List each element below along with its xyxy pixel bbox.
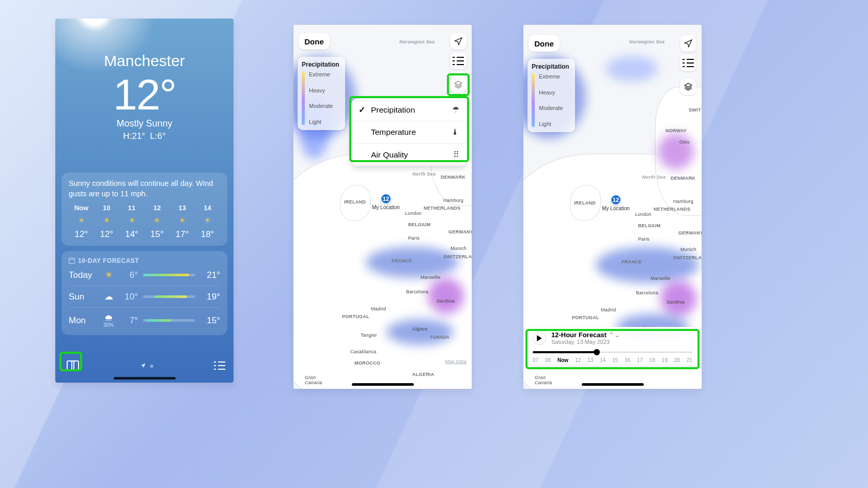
summary-text: Sunny conditions will continue all day. … [69, 179, 220, 199]
calendar-icon [69, 258, 75, 264]
legend-scale [532, 73, 535, 127]
locate-button[interactable] [680, 35, 696, 52]
map-button[interactable] [64, 357, 82, 374]
hour-column: 14☀18° [195, 204, 220, 240]
forecast-timeline[interactable]: 12-Hour Forecast ⌃⌄ Saturday, 13 May 202… [528, 327, 698, 366]
layer-menu: ✓Precipitation☂ Temperature🌡 Air Quality… [351, 99, 467, 166]
home-indicator [114, 377, 176, 380]
map-list-button[interactable] [450, 53, 467, 69]
home-indicator [582, 383, 644, 386]
play-button[interactable] [533, 332, 546, 345]
sea-label: Norwegian Sea [399, 39, 435, 44]
location-arrow-icon [684, 39, 693, 48]
my-location-pin[interactable]: 12 My Location [602, 194, 630, 211]
hourly-card[interactable]: Sunny conditions will continue all day. … [61, 172, 227, 246]
legend-scale [302, 71, 305, 125]
page-dots[interactable]: ● [140, 361, 156, 370]
hourly-row[interactable]: Now☀12°10☀12°11☀14°12☀15°13☀17°14☀18° [69, 204, 220, 240]
thermometer-icon: 🌡 [451, 128, 459, 137]
map-list-button[interactable] [680, 55, 696, 71]
day-row[interactable]: Sun ☁ 10° 19° [69, 286, 220, 307]
map-icon [67, 360, 79, 371]
layer-option-air-quality[interactable]: Air Quality⠿ [351, 143, 467, 166]
hour-column: 12☀15° [144, 204, 169, 240]
layers-button[interactable] [450, 76, 467, 93]
umbrella-icon: ☂ [452, 105, 459, 115]
city-name: Manchester [55, 52, 234, 70]
layers-icon [454, 80, 463, 89]
day-row[interactable]: Today ☀ 6° 21° [69, 264, 220, 286]
done-button[interactable]: Done [299, 33, 330, 50]
dots-icon: ⠿ [453, 150, 459, 160]
layer-option-temperature[interactable]: Temperature🌡 [351, 121, 467, 143]
weather-header: Manchester 12° Mostly Sunny H:21° L:6° [55, 19, 234, 141]
map-screen-layers: Norwegian Sea North Sea DENMARK IRELAND … [293, 25, 472, 389]
layers-button[interactable] [680, 78, 696, 95]
weather-screen: Manchester 12° Mostly Sunny H:21° L:6° S… [55, 19, 234, 383]
location-arrow-icon [454, 37, 463, 46]
list-icon [683, 59, 694, 67]
done-button[interactable]: Done [529, 35, 560, 52]
locations-list-button[interactable] [214, 361, 225, 370]
ten-day-card[interactable]: 10-DAY FORECAST Today ☀ 6° 21°Sun ☁ 10° … [61, 251, 227, 335]
precipitation-legend: Precipitation Extreme Heavy Moderate Lig… [528, 59, 575, 132]
layers-icon [684, 82, 693, 91]
hour-column: Now☀12° [69, 204, 94, 240]
map-data-link[interactable]: Map Data [445, 359, 467, 364]
day-row[interactable]: Mon 🌧30% 7° 15° [69, 307, 220, 333]
condition-text: Mostly Sunny [55, 118, 234, 129]
hour-column: 10☀12° [94, 204, 119, 240]
layer-option-precipitation[interactable]: ✓Precipitation☂ [351, 99, 467, 121]
home-indicator [352, 383, 414, 386]
location-arrow-icon [140, 363, 146, 369]
map-screen-timeline: Norwegian Sea North Sea NORWAY Oslo SWIT… [523, 25, 702, 389]
sea-label: North Sea [412, 171, 436, 177]
hour-column: 11☀14° [119, 204, 145, 240]
precipitation-legend: Precipitation Extreme Heavy Moderate Lig… [298, 57, 345, 130]
play-icon [536, 335, 542, 341]
list-icon [214, 361, 225, 370]
high-low: H:21° L:6° [55, 131, 234, 141]
current-temperature: 12° [55, 73, 234, 116]
list-icon [453, 57, 464, 65]
locate-button[interactable] [450, 33, 467, 50]
my-location-pin[interactable]: 12 My Location [372, 193, 400, 210]
ten-day-title: 10-DAY FORECAST [69, 257, 220, 264]
hour-column: 13☀17° [169, 204, 195, 240]
timeline-track[interactable] [533, 348, 692, 356]
